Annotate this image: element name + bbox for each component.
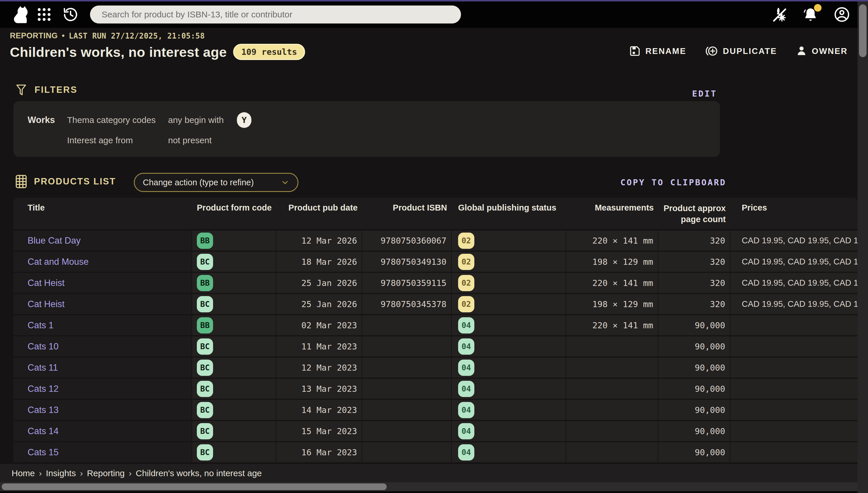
app-cat-logo-icon[interactable]	[13, 5, 29, 24]
title-link[interactable]: Cats 13	[27, 405, 59, 415]
page-count-cell: 320	[659, 273, 730, 293]
theme-toggle-icon[interactable]	[771, 6, 788, 23]
duplicate-icon	[705, 44, 719, 58]
isbn-cell: 9780750349130	[362, 252, 452, 272]
products-list-section-label: PRODUCTS LIST	[34, 176, 116, 187]
table-row: Cats 13 BC 14 Mar 2023 04 90,000	[13, 400, 858, 420]
page-count-cell: 90,000	[659, 315, 730, 335]
column-header-measurements: Measurements	[566, 198, 659, 229]
breadcrumb-link[interactable]: Home	[12, 468, 35, 478]
prices-cell	[730, 442, 858, 462]
copy-to-clipboard-button[interactable]: COPY TO CLIPBOARD	[620, 177, 726, 187]
table-row: Cats 15 BC 16 Mar 2023 04 90,000	[13, 442, 858, 462]
title-link[interactable]: Cats 14	[27, 426, 59, 436]
title-link[interactable]: Cats 10	[27, 341, 59, 352]
title-link[interactable]: Cats 11	[27, 363, 58, 373]
measurements-cell: 220 × 141 mm	[566, 231, 659, 251]
page-count-cell: 320	[659, 231, 730, 251]
measurements-cell	[566, 358, 659, 378]
form-code-badge: BC	[197, 339, 213, 355]
history-icon[interactable]	[62, 6, 79, 23]
title-link[interactable]: Cats 12	[27, 384, 59, 394]
table-row: Cats 1 BB 02 Mar 2023 04 220 × 141 mm 90…	[13, 315, 858, 335]
breadcrumb-link[interactable]: Insights	[46, 468, 76, 478]
prices-cell	[730, 379, 858, 399]
form-code-badge: BC	[197, 296, 213, 312]
status-badge: 04	[458, 423, 475, 440]
prices-cell: CAD 19.95, CAD 19.95, CAD 1	[730, 273, 858, 293]
title-link[interactable]: Cat Heist	[27, 299, 64, 309]
breadcrumb-separator: ›	[39, 468, 42, 478]
eyebrow-separator: •	[62, 31, 65, 40]
title-link[interactable]: Cat and Mouse	[27, 257, 88, 267]
horizontal-scrollbar	[0, 482, 868, 491]
owner-button[interactable]: OWNER	[795, 45, 848, 57]
results-count-badge: 109 results	[233, 44, 305, 60]
account-avatar-icon[interactable]	[833, 6, 851, 23]
rename-button[interactable]: RENAME	[628, 45, 686, 58]
filter-field: Interest age from	[67, 135, 168, 145]
measurements-cell: 198 × 129 mm	[566, 294, 659, 314]
title-link[interactable]: Cats 15	[27, 447, 59, 458]
isbn-cell	[362, 442, 452, 462]
breadcrumb: Home›Insights›Reporting›Children's works…	[0, 464, 868, 482]
form-code-badge: BC	[197, 402, 213, 418]
isbn-cell	[362, 400, 452, 420]
pub-date-cell: 14 Mar 2023	[276, 400, 362, 420]
measurements-cell	[566, 400, 659, 420]
breadcrumb-link[interactable]: Reporting	[87, 468, 124, 478]
table-row: Cat and Mouse BC 18 Mar 2026 97807503491…	[13, 252, 858, 272]
vertical-scrollbar-thumb[interactable]	[859, 4, 867, 57]
report-eyebrow: REPORTING • LAST RUN 27/12/2025, 21:05:5…	[10, 31, 848, 40]
table-row: Cats 12 BC 13 Mar 2023 04 90,000	[13, 379, 858, 399]
status-badge: 04	[458, 339, 475, 355]
change-action-value: Change action (type to refine)	[143, 178, 281, 187]
page-count-cell: 90,000	[659, 421, 730, 441]
title-link[interactable]: Blue Cat Day	[27, 235, 81, 246]
pub-date-cell: 02 Mar 2023	[276, 315, 362, 335]
status-badge: 02	[458, 233, 475, 249]
prices-cell	[730, 421, 858, 441]
title-link[interactable]: Cat Heist	[27, 278, 64, 288]
report-last-run: LAST RUN 27/12/2025, 21:05:58	[69, 31, 205, 40]
prices-cell	[730, 337, 858, 357]
form-code-badge: BC	[197, 360, 213, 376]
filters-edit-button[interactable]: EDIT	[692, 89, 717, 99]
breadcrumb-separator: ›	[80, 468, 83, 478]
notifications-bell-icon[interactable]	[802, 6, 819, 23]
column-header-pub-date: Product pub date	[276, 198, 362, 229]
status-badge: 04	[458, 381, 475, 397]
pub-date-cell: 18 Mar 2026	[276, 252, 362, 272]
table-row: Cats 10 BC 11 Mar 2023 04 90,000	[13, 337, 858, 357]
prices-cell: CAD 19.95, CAD 19.95, CAD 1	[730, 231, 858, 251]
apps-grid-icon[interactable]	[38, 8, 51, 21]
vertical-scrollbar	[857, 1, 868, 493]
status-badge: 02	[458, 275, 475, 291]
report-section-label: REPORTING	[10, 31, 58, 40]
measurements-cell: 198 × 129 mm	[566, 252, 659, 272]
form-code-badge: BC	[197, 423, 213, 440]
breadcrumb-current: Children's works, no interest age	[136, 468, 262, 478]
duplicate-button[interactable]: DUPLICATE	[705, 44, 777, 58]
isbn-cell	[362, 315, 452, 335]
page-count-cell: 90,000	[659, 379, 730, 399]
measurements-cell	[566, 421, 659, 441]
prices-cell	[730, 358, 858, 378]
horizontal-scrollbar-thumb[interactable]	[2, 484, 387, 490]
measurements-cell	[566, 379, 659, 399]
search-input[interactable]	[90, 5, 461, 23]
isbn-cell	[362, 379, 452, 399]
status-badge: 04	[458, 317, 475, 334]
notification-badge-dot	[814, 4, 822, 12]
table-row: Cat Heist BB 25 Jan 2026 9780750359115 0…	[13, 273, 858, 293]
filter-group-label: Works	[27, 115, 67, 125]
page-count-cell: 90,000	[659, 337, 730, 357]
title-link[interactable]: Cats 1	[27, 320, 54, 330]
change-action-select[interactable]: Change action (type to refine)	[134, 173, 299, 192]
isbn-cell	[362, 358, 452, 378]
owner-label: OWNER	[812, 46, 848, 56]
filter-funnel-icon	[15, 84, 27, 96]
prices-cell: CAD 19.95, CAD 19.95, CAD 1	[730, 294, 858, 314]
products-table-body: Blue Cat Day BB 12 Mar 2026 978075036006…	[13, 231, 858, 462]
bottom-strip	[0, 491, 868, 493]
